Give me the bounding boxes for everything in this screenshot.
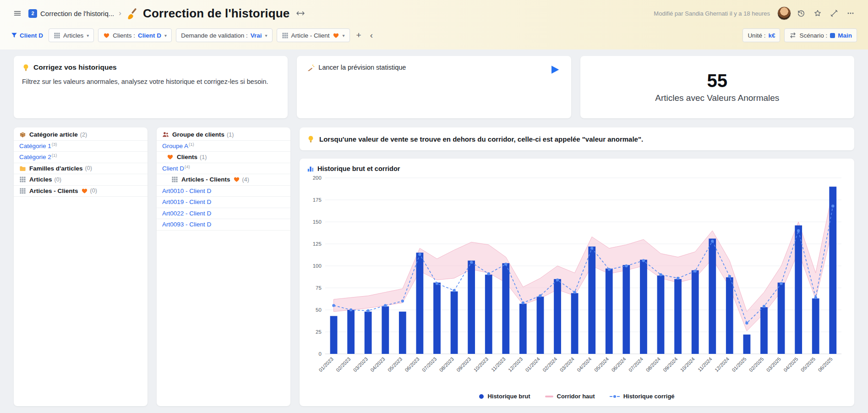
orange-heart-icon — [233, 176, 240, 183]
tree-row-label: Familles d'articles — [29, 165, 83, 172]
blue-square-icon — [830, 33, 835, 38]
tree-link[interactable]: Client D — [162, 165, 184, 172]
svg-text:25: 25 — [316, 329, 322, 335]
svg-text:09/2023: 09/2023 — [455, 356, 472, 373]
tree-link[interactable]: Art0093 - Client D — [162, 221, 211, 228]
compare-arrows-icon — [789, 32, 797, 39]
tree-row: Articles (0) — [14, 174, 147, 186]
chevron-down-icon: ▾ — [164, 33, 167, 38]
svg-text:01/2024: 01/2024 — [524, 356, 540, 373]
svg-text:11/2023: 11/2023 — [490, 356, 507, 373]
chevron-down-icon: ▾ — [343, 33, 345, 38]
add-filter-button[interactable]: + — [354, 28, 364, 42]
dashed-line-swatch — [610, 396, 620, 397]
svg-text:08/2023: 08/2023 — [438, 356, 455, 373]
pill-value: Vrai — [251, 32, 262, 39]
svg-text:06/2025: 06/2025 — [817, 356, 833, 373]
chevron-down-icon: ▾ — [265, 33, 267, 38]
pill-value: Client D — [138, 32, 161, 39]
svg-text:04/2024: 04/2024 — [576, 356, 592, 373]
tree-link[interactable]: Catégorie 2 — [19, 154, 51, 160]
svg-text:03/2024: 03/2024 — [559, 356, 575, 373]
legend-label: Historique brut — [487, 393, 530, 400]
tree-row: Art0022 - Client D — [157, 208, 290, 220]
pill-label: Articles — [63, 32, 83, 39]
info-banner-text: Lorsqu'une valeur de vente se trouve en … — [319, 135, 643, 143]
grid-icon — [171, 176, 178, 183]
svg-text:08/2024: 08/2024 — [645, 356, 661, 373]
tree-link[interactable]: Catégorie 1 — [19, 143, 51, 149]
filter-pill-article-client[interactable]: Article - Client ▾ — [277, 28, 350, 42]
run-forecast-card: Lancer la prévision statistique — [297, 56, 571, 118]
run-forecast-label: Lancer la prévision statistique — [318, 64, 406, 71]
history-icon[interactable] — [795, 7, 808, 20]
scenario-value: Main — [838, 32, 852, 39]
filter-pill-clients[interactable]: Clients : Client D ▾ — [98, 28, 172, 42]
tree-row-count: (0) — [55, 176, 61, 183]
legend-item-historique-brut[interactable]: Historique brut — [479, 393, 530, 400]
folder-icon — [19, 165, 26, 172]
svg-text:05/2024: 05/2024 — [593, 356, 610, 373]
svg-text:150: 150 — [313, 219, 322, 225]
chart-legend: Historique brut Corridor haut Historique… — [307, 392, 847, 402]
bar-chart-icon — [307, 165, 314, 172]
svg-text:0: 0 — [318, 351, 321, 357]
breadcrumb[interactable]: 2 Correction de l'historiq... — [28, 9, 114, 18]
menu-button[interactable] — [11, 7, 24, 20]
top-strip: 2 Correction de l'historiq... › Correcti… — [0, 0, 868, 50]
tree-row-count: (4) — [242, 176, 249, 183]
orange-heart-icon — [81, 187, 88, 194]
grid-icon — [19, 176, 26, 183]
tree-row-count: (0) — [90, 187, 97, 194]
collapse-filters-button[interactable]: ‹ — [368, 28, 375, 42]
tree-row: Catégorie 2 (1) — [14, 152, 147, 163]
svg-text:175: 175 — [313, 197, 322, 203]
legend-item-historique-corrige[interactable]: Historique corrigé — [610, 393, 675, 400]
people-icon — [162, 131, 169, 138]
tree-row-label: Groupe de clients — [172, 131, 224, 138]
filter-pill-validation[interactable]: Demande de validation : Vrai ▾ — [176, 28, 272, 42]
tree-row: Art0093 - Client D — [157, 219, 290, 231]
tree-link[interactable]: Groupe A — [162, 143, 188, 149]
tree-link-count: (4) — [185, 164, 190, 169]
unit-selector[interactable]: Unité : k€ — [742, 28, 780, 42]
avatar[interactable] — [777, 6, 791, 20]
tree-row: Art0019 - Client D — [157, 197, 290, 208]
legend-item-corridor-haut[interactable]: Corridor haut — [545, 393, 595, 400]
kpi-card: 55 Articles avec Valeurs Anormales — [580, 56, 854, 118]
grid-icon — [19, 187, 26, 194]
filter-toolbar: Client D Articles ▾ Clients : Client D ▾… — [0, 27, 868, 50]
orange-heart-icon — [103, 32, 110, 39]
tree-row-label: Articles - Clients — [181, 176, 230, 183]
more-icon[interactable] — [844, 7, 857, 20]
svg-text:125: 125 — [313, 241, 322, 247]
scenario-label: Scénario : — [799, 32, 827, 39]
active-filter-label: Client D — [20, 32, 43, 39]
svg-text:12/2023: 12/2023 — [507, 356, 524, 373]
svg-text:12/2024: 12/2024 — [714, 356, 730, 373]
client-hierarchy-panel: Groupe de clients (1) Groupe A (1) Clien… — [157, 127, 290, 406]
svg-text:03/2025: 03/2025 — [765, 356, 782, 373]
orange-heart-icon — [167, 154, 174, 160]
breadcrumb-label: Correction de l'historiq... — [40, 10, 114, 17]
filter-pill-articles[interactable]: Articles ▾ — [49, 28, 94, 42]
unit-value: k€ — [768, 32, 775, 39]
svg-text:11/2024: 11/2024 — [697, 356, 713, 373]
horizontal-arrows-icon[interactable] — [294, 7, 307, 20]
tree-link[interactable]: Art0010 - Client D — [162, 187, 211, 194]
lightbulb-icon — [22, 64, 30, 72]
star-icon[interactable] — [811, 7, 824, 20]
svg-text:02/2025: 02/2025 — [748, 356, 764, 373]
chart-card: Historique brut et corridor 025507510012… — [300, 159, 854, 406]
scenario-selector[interactable]: Scénario : Main — [784, 28, 857, 42]
play-button[interactable] — [548, 63, 561, 76]
grid-icon — [54, 32, 60, 39]
tree-link[interactable]: Art0022 - Client D — [162, 210, 211, 217]
tree-row-label: Articles — [29, 176, 52, 183]
svg-text:50: 50 — [316, 307, 322, 313]
tools-icon[interactable] — [828, 7, 841, 20]
tree-row: Art0010 - Client D — [157, 186, 290, 197]
tree-row: Catégorie article (2) — [14, 129, 147, 141]
active-filter-chip[interactable]: Client D — [11, 32, 43, 39]
tree-link[interactable]: Art0019 - Client D — [162, 198, 211, 205]
